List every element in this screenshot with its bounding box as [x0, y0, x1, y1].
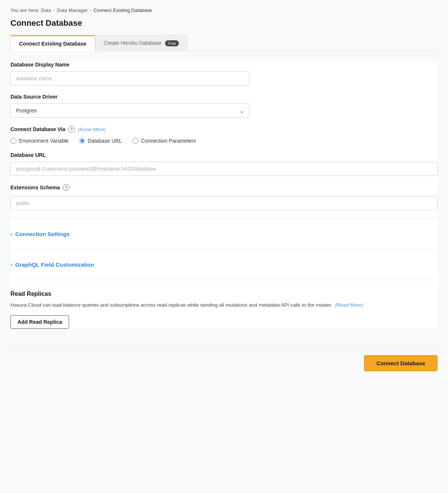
radio-connection-params-label: Connection Parameters	[141, 138, 196, 144]
db-url-input[interactable]	[10, 162, 438, 176]
footer-section: Connect Database	[10, 347, 438, 371]
tab-create-heroku-label: Create Heroku Database	[104, 40, 162, 46]
divider-2	[10, 249, 438, 249]
tab-connect-existing-label: Connect Existing Database	[19, 41, 87, 47]
connect-via-radio-group: Environment Variable Database URL Connec…	[10, 138, 438, 144]
connect-via-know-more[interactable]: (Know More)	[78, 127, 106, 132]
radio-database-url[interactable]: Database URL	[79, 138, 122, 144]
connect-database-button[interactable]: Connect Database	[364, 355, 438, 371]
tab-create-heroku-badge: Free	[165, 40, 179, 46]
radio-env-var-label: Environment Variable	[19, 138, 69, 144]
tab-create-heroku[interactable]: Create Heroku Database Free	[95, 35, 187, 51]
graphql-customization-chevron-icon: ›	[10, 262, 12, 268]
db-url-label: Database URL	[10, 152, 438, 158]
driver-select[interactable]: Postgres MySQL MSSQL BigQuery Citus	[10, 103, 249, 118]
breadcrumb-sep-1: ›	[53, 8, 55, 13]
breadcrumb-data[interactable]: You are here: Data	[10, 7, 51, 13]
read-replicas-desc-text: Hasura Cloud can load balance queries an…	[10, 302, 332, 308]
driver-label: Data Source Driver	[10, 94, 438, 100]
read-more-link[interactable]: (Read More)	[335, 302, 364, 308]
tabs-container: Connect Existing Database Create Heroku …	[10, 35, 438, 51]
ext-schema-input[interactable]	[10, 196, 438, 210]
read-replicas-section: Read Replicas Hasura Cloud can load bala…	[10, 291, 438, 329]
radio-connection-params[interactable]: Connection Parameters	[133, 138, 196, 144]
tab-connect-existing[interactable]: Connect Existing Database	[10, 35, 95, 51]
breadcrumb-sep-2: ›	[90, 8, 91, 13]
read-replicas-description: Hasura Cloud can load balance queries an…	[10, 301, 438, 309]
breadcrumb: You are here: Data › Data Manager › Conn…	[10, 7, 438, 13]
db-name-label: Database Display Name	[10, 62, 438, 68]
connection-settings-label: Connection Settings	[15, 231, 70, 237]
ext-schema-header: Extensions Schema ?	[10, 184, 438, 191]
radio-database-url-input[interactable]	[79, 138, 85, 144]
connect-via-header: Connect Database Via ? (Know More)	[10, 126, 438, 133]
connect-via-help-icon[interactable]: ?	[68, 126, 75, 133]
divider-3	[10, 280, 438, 280]
add-read-replica-button[interactable]: Add Read Replica	[10, 315, 69, 329]
form-group-ext-schema: Extensions Schema ?	[10, 184, 438, 210]
radio-env-var[interactable]: Environment Variable	[10, 138, 69, 144]
db-name-input[interactable]	[10, 71, 249, 86]
connect-via-label: Connect Database Via	[10, 126, 65, 132]
radio-database-url-label: Database URL	[88, 138, 122, 144]
page-container: You are here: Data › Data Manager › Conn…	[0, 0, 448, 493]
form-group-driver: Data Source Driver Postgres MySQL MSSQL …	[10, 94, 438, 118]
breadcrumb-data-manager[interactable]: Data Manager	[57, 7, 87, 13]
form-group-db-name: Database Display Name	[10, 62, 438, 86]
ext-schema-help-icon[interactable]: ?	[63, 184, 69, 191]
breadcrumb-current: Connect Existing Database	[93, 7, 152, 13]
graphql-customization-toggle[interactable]: › GraphQL Field Customization	[10, 258, 438, 272]
page-title: Connect Database	[10, 18, 438, 28]
form-group-db-url: Database URL	[10, 152, 438, 176]
connection-settings-chevron-icon: ›	[10, 231, 12, 237]
connection-settings-toggle[interactable]: › Connection Settings	[10, 227, 438, 241]
driver-select-wrapper: Postgres MySQL MSSQL BigQuery Citus ⌄	[10, 103, 249, 118]
graphql-customization-label: GraphQL Field Customization	[15, 261, 94, 268]
read-replicas-title: Read Replicas	[10, 291, 438, 297]
form-section: Database Display Name Data Source Driver…	[10, 62, 438, 329]
radio-env-var-input[interactable]	[10, 138, 16, 144]
ext-schema-label: Extensions Schema	[10, 185, 60, 190]
form-group-connect-via: Connect Database Via ? (Know More) Envir…	[10, 126, 438, 144]
divider-1	[10, 218, 438, 219]
radio-connection-params-input[interactable]	[133, 138, 139, 144]
